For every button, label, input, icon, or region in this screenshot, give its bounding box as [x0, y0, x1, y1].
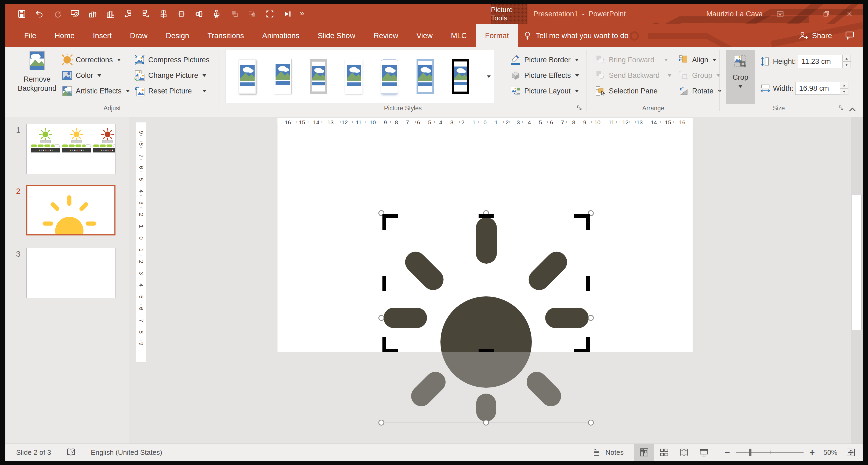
- crop-handle-top[interactable]: [478, 214, 494, 218]
- crop-handle-top-right[interactable]: [574, 214, 590, 230]
- size-dialog-launcher[interactable]: [838, 104, 845, 112]
- tab-transitions[interactable]: Transitions: [198, 24, 253, 47]
- slide-indicator[interactable]: Slide 2 of 3: [16, 448, 51, 457]
- crop-handle-top-left[interactable]: [382, 214, 398, 230]
- save-icon[interactable]: [16, 8, 27, 20]
- picture-style-option-7[interactable]: [452, 59, 469, 94]
- restore-icon[interactable]: [815, 4, 838, 24]
- artistic-effects-button[interactable]: Artistic Effects: [62, 84, 130, 98]
- tell-me-box[interactable]: Tell me what you want to do: [523, 24, 629, 47]
- tab-mlc[interactable]: MLC: [442, 24, 476, 47]
- vertical-scrollbar-thumb[interactable]: [852, 195, 862, 330]
- change-picture-button[interactable]: Change Picture: [134, 68, 206, 83]
- picture-style-option-1[interactable]: [239, 59, 256, 94]
- tab-format[interactable]: Format: [476, 24, 518, 47]
- picture-selection[interactable]: [381, 213, 591, 423]
- ribbon-display-options-icon[interactable]: [769, 4, 792, 24]
- spellcheck-icon[interactable]: [66, 447, 76, 457]
- height-input[interactable]: [798, 55, 843, 68]
- redo-icon[interactable]: [52, 8, 63, 20]
- slideshow-view-button[interactable]: [694, 444, 714, 461]
- compress-pictures-button[interactable]: Compress Pictures: [134, 53, 210, 67]
- selection-pane-button[interactable]: Selection Pane: [595, 84, 658, 98]
- zoom-slider-thumb[interactable]: [749, 448, 751, 456]
- gallery-more-button[interactable]: [482, 50, 494, 103]
- play-from-current-icon[interactable]: [282, 8, 293, 20]
- reset-picture-button[interactable]: Reset Picture: [134, 84, 206, 98]
- picture-style-option-3[interactable]: [310, 59, 327, 94]
- send-backward-icon[interactable]: [122, 8, 134, 20]
- selection-handle-middle-right[interactable]: [588, 315, 594, 321]
- corrections-button[interactable]: Corrections: [62, 53, 121, 67]
- tab-animations[interactable]: Animations: [253, 24, 309, 47]
- tab-insert[interactable]: Insert: [84, 24, 121, 47]
- picture-effects-button[interactable]: Picture Effects: [510, 68, 579, 83]
- collapse-ribbon-button[interactable]: [847, 105, 858, 114]
- start-slideshow-icon[interactable]: [69, 8, 81, 20]
- zoom-in-button[interactable]: +: [808, 448, 816, 457]
- selection-handle-bottom-right[interactable]: [588, 420, 594, 426]
- move-down-icon[interactable]: [105, 8, 116, 20]
- comments-icon[interactable]: [845, 30, 855, 41]
- close-icon[interactable]: [838, 4, 861, 24]
- vertical-scrollbar[interactable]: [851, 117, 863, 443]
- color-button[interactable]: Color: [62, 68, 101, 83]
- group-icon[interactable]: [229, 8, 240, 20]
- distribute-horizontal-icon[interactable]: [193, 8, 205, 20]
- zoom-slider[interactable]: [736, 452, 804, 453]
- org-layout-icon[interactable]: [211, 8, 222, 20]
- qat-more-button[interactable]: »: [300, 9, 304, 19]
- tab-home[interactable]: Home: [45, 24, 84, 47]
- align-middle-icon[interactable]: [176, 8, 187, 20]
- move-up-icon[interactable]: [87, 8, 98, 20]
- picture-style-option-5[interactable]: [381, 59, 398, 94]
- tab-view[interactable]: View: [407, 24, 442, 47]
- width-input[interactable]: [795, 82, 840, 95]
- ungroup-icon[interactable]: [247, 8, 258, 20]
- minimize-icon[interactable]: [792, 4, 815, 24]
- signed-in-user[interactable]: Maurizio La Cava: [706, 4, 763, 24]
- crop-handle-bottom-left[interactable]: [382, 337, 398, 352]
- tab-file[interactable]: File: [15, 24, 45, 47]
- selection-handle-middle-left[interactable]: [378, 315, 384, 321]
- slide-1-thumbnail[interactable]: [26, 124, 116, 174]
- picture-style-option-2[interactable]: [274, 59, 291, 94]
- width-decrease-button[interactable]: ▼: [840, 88, 848, 95]
- remove-background-button[interactable]: Remove Background: [13, 51, 61, 103]
- zoom-level[interactable]: 50%: [824, 448, 837, 457]
- undo-icon[interactable]: [34, 8, 45, 20]
- picture-style-option-4[interactable]: [345, 59, 363, 94]
- tab-slide-show[interactable]: Slide Show: [309, 24, 365, 47]
- slide-sorter-view-button[interactable]: [654, 444, 674, 461]
- notes-button[interactable]: Notes: [592, 447, 624, 457]
- share-button[interactable]: Share: [799, 31, 832, 40]
- language-indicator[interactable]: English (United States): [91, 448, 162, 457]
- reading-view-button[interactable]: [674, 444, 694, 461]
- selection-handle-bottom-center[interactable]: [483, 420, 489, 426]
- normal-view-button[interactable]: [634, 444, 654, 461]
- rotate-button[interactable]: Rotate: [678, 84, 722, 98]
- align-button[interactable]: Align: [678, 53, 716, 67]
- picture-border-button[interactable]: Picture Border: [510, 53, 579, 67]
- picture-layout-button[interactable]: Picture Layout: [510, 84, 579, 98]
- picture-style-option-6[interactable]: [416, 59, 434, 94]
- crop-handle-bottom[interactable]: [478, 349, 494, 352]
- align-center-icon[interactable]: [158, 8, 169, 20]
- crop-handle-left[interactable]: [382, 276, 386, 291]
- slide-2-thumbnail[interactable]: [26, 185, 116, 236]
- bring-forward-icon[interactable]: [140, 8, 152, 20]
- zoom-out-button[interactable]: −: [723, 448, 732, 457]
- fit-slide-to-window-icon[interactable]: [846, 447, 856, 457]
- tab-review[interactable]: Review: [365, 24, 407, 47]
- tab-design[interactable]: Design: [157, 24, 198, 47]
- height-increase-button[interactable]: ▲: [843, 55, 851, 61]
- tab-draw[interactable]: Draw: [121, 24, 157, 47]
- fullscreen-icon[interactable]: [264, 8, 276, 20]
- crop-handle-right[interactable]: [586, 276, 590, 291]
- selection-handle-bottom-left[interactable]: [378, 420, 384, 426]
- width-increase-button[interactable]: ▲: [840, 82, 848, 88]
- crop-button[interactable]: Crop: [726, 50, 755, 104]
- height-decrease-button[interactable]: ▼: [843, 61, 851, 68]
- slide-3-thumbnail[interactable]: [26, 248, 116, 298]
- crop-handle-bottom-right[interactable]: [574, 337, 590, 352]
